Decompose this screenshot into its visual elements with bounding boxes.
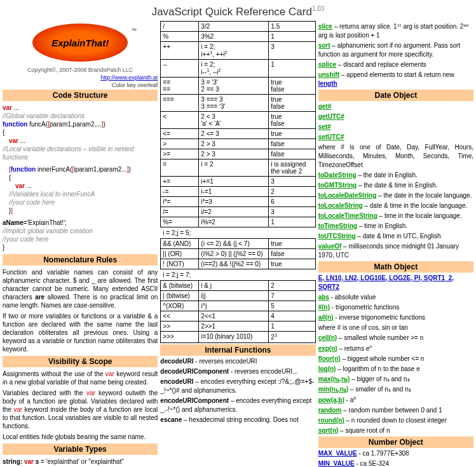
- nomenclature-p2: If two or more variables or functions or…: [3, 312, 158, 353]
- column-middle: /3/21.5%3%21++i = 2;i++1, ++i23--i = 2;i…: [160, 21, 315, 467]
- heading-vartypes: Variable Types: [3, 443, 158, 455]
- vartype-lines: string: var s = 'explainthat' or "explai…: [3, 456, 158, 467]
- operator-table-1: /3/21.5%3%21++i = 2;i++1, ++i23--i = 2;i…: [160, 21, 315, 228]
- stmt-1: i = 2;j = 5;: [160, 227, 315, 238]
- visibility-p3: Local entities hide globals bearing the …: [3, 433, 158, 441]
- site-link[interactable]: http://www.explainth.at: [3, 74, 158, 81]
- logo: ExplainThat! ™: [32, 24, 128, 62]
- operator-table-2: && (AND)(i <= 2) && (j < 7)true|| (OR)(i…: [160, 238, 315, 269]
- visibility-p1: Assignments without the use of the var k…: [3, 370, 158, 386]
- heading-nomenclature: Nomenclature Rules: [3, 254, 158, 266]
- math-methods: E, LN10, LN2, LOG10E, LOG2E, PI, SQRT1_2…: [318, 274, 473, 436]
- heading-date: Date Object: [318, 90, 473, 101]
- page-title: JavaScript Quick Reference Card1.03: [0, 0, 476, 21]
- nomenclature-p1: Function and variable names can consist …: [3, 268, 158, 309]
- copyright: Copyright©, 2007-2008 BrandsPatch LLC: [3, 67, 158, 73]
- heading-visibility: Visibility & Scope: [3, 356, 158, 367]
- internal-funcs: decodeURI - reverses encodeURIdecodeURIC…: [160, 357, 315, 424]
- operator-table-3: & (bitwise)i & j2| (bitwise)i|j7^(XOR)i^…: [160, 280, 315, 342]
- heading-code-structure: Code Structure: [3, 90, 158, 101]
- heading-num: Number Object: [318, 437, 473, 448]
- stmt-2: i = 2;j = 7;: [160, 269, 315, 280]
- array-methods: slice – returns array slice. 1ˢᵗ arg is …: [318, 22, 473, 88]
- column-right: slice – returns array slice. 1ˢᵗ arg is …: [318, 21, 473, 467]
- visibility-p2: Variables declared with the var keyword …: [3, 389, 158, 430]
- column-left: ExplainThat! ™ Copyright©, 2007-2008 Bra…: [3, 21, 158, 467]
- heading-internal: Internal Functions: [160, 344, 315, 356]
- heading-math: Math Object: [318, 261, 473, 273]
- num-methods: MAX_VALUE - ca 1.7977E+308MIN_VALUE - ca…: [318, 449, 473, 467]
- color-note: Color key overleaf: [3, 82, 158, 88]
- date-methods: get# getUTC# set# setUTC# where # is one…: [318, 102, 473, 260]
- code-block: var ... //Global variable declarations f…: [3, 102, 158, 253]
